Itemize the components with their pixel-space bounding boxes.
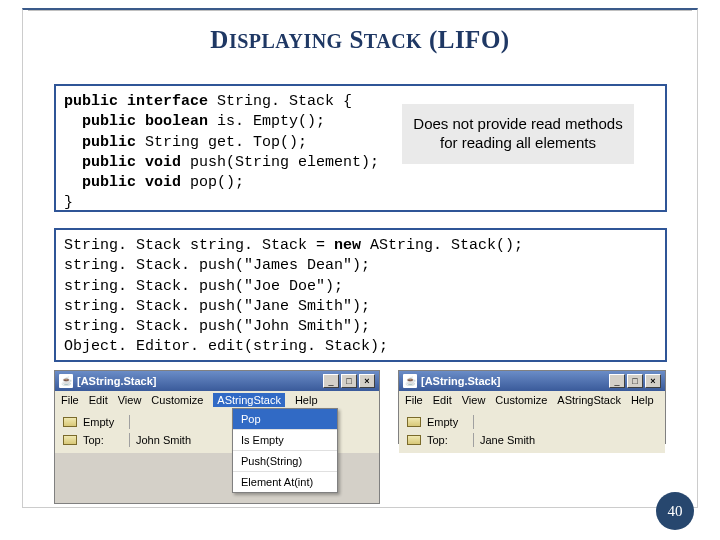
top-label: Top: — [83, 434, 123, 446]
menu-item-pop[interactable]: Pop — [233, 409, 337, 430]
menubar: File Edit View Customize AStringStack He… — [55, 391, 379, 409]
code-text: push(String element); — [181, 154, 379, 171]
menu-astringstack[interactable]: AStringStack — [213, 393, 285, 407]
callout-note: Does not provide read methods for readin… — [402, 104, 634, 164]
kw: public — [64, 154, 136, 171]
callout-text: Does not provide read methods for readin… — [406, 115, 630, 153]
menu-file[interactable]: File — [61, 394, 79, 406]
menu-item-push[interactable]: Push(String) — [233, 451, 337, 472]
minimize-button[interactable]: _ — [609, 374, 625, 388]
code-text: } — [64, 194, 73, 211]
kw: void — [136, 174, 181, 191]
window-buttons: _ □ × — [323, 374, 375, 388]
kw: public — [64, 134, 136, 151]
menu-customize[interactable]: Customize — [495, 394, 547, 406]
code-text: String. Stack { — [208, 93, 352, 110]
menu-view[interactable]: View — [462, 394, 486, 406]
top-value: Jane Smith — [480, 434, 535, 446]
window-buttons: _ □ × — [609, 374, 661, 388]
code-text: string. Stack. push("James Dean"); — [64, 257, 370, 274]
app-window-right: ☕ [AString.Stack] _ □ × File Edit View C… — [398, 370, 666, 444]
kw: public — [64, 93, 118, 110]
dropdown-menu: Pop Is Empty Push(String) Element At(int… — [232, 408, 338, 493]
code-text: Object. Editor. edit(string. Stack); — [64, 338, 388, 355]
kw: boolean — [136, 113, 208, 130]
field-icon — [407, 435, 421, 445]
titlebar[interactable]: ☕ [AString.Stack] _ □ × — [399, 371, 665, 391]
row-empty: Empty — [407, 413, 657, 431]
kw: public — [64, 113, 136, 130]
maximize-button[interactable]: □ — [627, 374, 643, 388]
menu-astringstack[interactable]: AStringStack — [557, 394, 621, 406]
code-text: String get. Top(); — [136, 134, 307, 151]
menu-file[interactable]: File — [405, 394, 423, 406]
menu-edit[interactable]: Edit — [433, 394, 452, 406]
slide-frame-rule — [28, 10, 692, 11]
row-top: Top: Jane Smith — [407, 431, 657, 449]
close-button[interactable]: × — [359, 374, 375, 388]
page-number: 40 — [656, 492, 694, 530]
field-icon — [63, 435, 77, 445]
top-label: Top: — [427, 434, 467, 446]
window-body: Empty Top: Jane Smith — [399, 409, 665, 453]
window-title: [AString.Stack] — [421, 375, 605, 387]
java-icon: ☕ — [403, 374, 417, 388]
code-text: AString. Stack(); — [361, 237, 523, 254]
separator — [129, 433, 130, 447]
code-text: pop(); — [181, 174, 244, 191]
menu-view[interactable]: View — [118, 394, 142, 406]
menu-customize[interactable]: Customize — [151, 394, 203, 406]
separator — [129, 415, 130, 429]
field-icon — [407, 417, 421, 427]
maximize-button[interactable]: □ — [341, 374, 357, 388]
menu-item-elementat[interactable]: Element At(int) — [233, 472, 337, 492]
menu-item-isempty[interactable]: Is Empty — [233, 430, 337, 451]
menu-help[interactable]: Help — [295, 394, 318, 406]
kw: new — [334, 237, 361, 254]
menubar: File Edit View Customize AStringStack He… — [399, 391, 665, 409]
separator — [473, 415, 474, 429]
empty-label: Empty — [83, 416, 123, 428]
code-text: string. Stack. push("Joe Doe"); — [64, 278, 343, 295]
titlebar[interactable]: ☕ [AString.Stack] _ □ × — [55, 371, 379, 391]
minimize-button[interactable]: _ — [323, 374, 339, 388]
page-number-value: 40 — [668, 503, 683, 520]
kw: void — [136, 154, 181, 171]
window-title: [AString.Stack] — [77, 375, 319, 387]
top-value: John Smith — [136, 434, 191, 446]
code-block-usage: String. Stack string. Stack = new AStrin… — [54, 228, 667, 362]
java-icon: ☕ — [59, 374, 73, 388]
field-icon — [63, 417, 77, 427]
code-text: String. Stack string. Stack = — [64, 237, 334, 254]
kw: public — [64, 174, 136, 191]
menu-help[interactable]: Help — [631, 394, 654, 406]
separator — [473, 433, 474, 447]
menu-edit[interactable]: Edit — [89, 394, 108, 406]
code-text: string. Stack. push("Jane Smith"); — [64, 298, 370, 315]
close-button[interactable]: × — [645, 374, 661, 388]
empty-label: Empty — [427, 416, 467, 428]
kw: interface — [118, 93, 208, 110]
code-text: is. Empty(); — [208, 113, 325, 130]
code-text: string. Stack. push("John Smith"); — [64, 318, 370, 335]
